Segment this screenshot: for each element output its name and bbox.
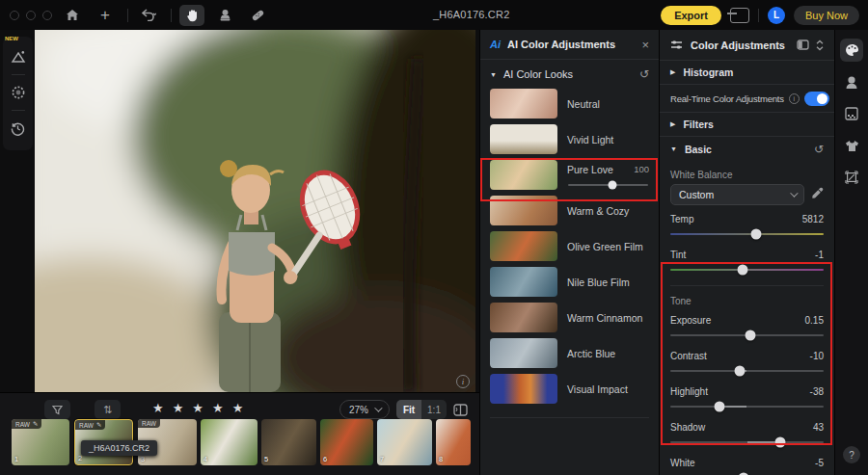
shadow-slider-handle[interactable] bbox=[775, 437, 786, 448]
filters-section-header[interactable]: ▶ Filters bbox=[660, 113, 834, 137]
fit-view-button[interactable]: Fit bbox=[396, 400, 421, 419]
toolbar-divider bbox=[758, 9, 759, 22]
rating-stars[interactable]: ★★★★★ bbox=[152, 401, 243, 415]
thumbnail-number: 6 bbox=[323, 455, 327, 463]
erase-tool-button[interactable] bbox=[245, 5, 270, 26]
look-item-visual-impact[interactable]: Visual Impact bbox=[480, 374, 659, 404]
contrast-slider-handle[interactable] bbox=[734, 366, 745, 377]
star-icon[interactable]: ★ bbox=[192, 401, 203, 415]
filter-button[interactable] bbox=[44, 400, 70, 419]
account-avatar[interactable]: L bbox=[768, 7, 785, 24]
help-button[interactable]: ? bbox=[843, 446, 860, 463]
window-close-button[interactable] bbox=[10, 11, 19, 20]
look-amount-slider-handle[interactable] bbox=[608, 180, 616, 189]
zoom-level-value: 27% bbox=[349, 405, 368, 415]
compare-view-button[interactable] bbox=[449, 400, 471, 419]
view-mode-segment: Fit 1:1 bbox=[396, 400, 447, 419]
look-item-neutral[interactable]: Neutral bbox=[480, 89, 659, 119]
temp-slider-handle[interactable] bbox=[751, 229, 762, 240]
mask-brush-tool-button[interactable] bbox=[8, 82, 29, 103]
look-amount-slider[interactable] bbox=[568, 184, 648, 186]
star-icon[interactable]: ★ bbox=[173, 401, 184, 415]
look-item-arctic-blue[interactable]: Arctic Blue bbox=[480, 338, 659, 368]
star-icon[interactable]: ★ bbox=[212, 401, 224, 415]
adjust-panel-header: Color Adjustments bbox=[660, 30, 834, 61]
portrait-module-button[interactable] bbox=[840, 70, 863, 93]
window-zoom-button[interactable] bbox=[42, 11, 52, 20]
wardrobe-module-button[interactable] bbox=[840, 134, 863, 157]
clone-stamp-tool-button[interactable] bbox=[212, 5, 237, 26]
filmstrip-thumbnail[interactable]: 4 bbox=[201, 419, 258, 465]
zoom-level-dropdown[interactable]: 27% bbox=[339, 400, 390, 419]
home-button[interactable] bbox=[60, 5, 85, 26]
filmstrip-controls: ⇅ ★★★★★ 27% Fit 1:1 bbox=[0, 398, 479, 419]
raw-badge: RAW✎ bbox=[12, 419, 41, 429]
ai-color-looks-section-header[interactable]: ▼ AI Color Looks ↺ bbox=[480, 60, 659, 89]
realtime-toggle[interactable] bbox=[804, 92, 829, 106]
sliders-icon bbox=[670, 40, 683, 50]
add-photos-button[interactable]: + bbox=[93, 5, 118, 26]
tint-slider-handle[interactable] bbox=[737, 265, 747, 276]
image-info-button[interactable]: i bbox=[456, 375, 470, 388]
collapse-expand-icon[interactable] bbox=[816, 40, 824, 51]
look-item-olive-green-film[interactable]: Olive Green Film bbox=[480, 231, 659, 261]
ai-logo-icon: Ai bbox=[490, 39, 501, 50]
window-controls[interactable] bbox=[10, 11, 52, 20]
photo-canvas[interactable] bbox=[35, 30, 475, 392]
tint-slider[interactable] bbox=[670, 263, 824, 277]
hand-tool-button[interactable] bbox=[179, 5, 204, 26]
look-item-warm-cinnamon[interactable]: Warm Cinnamon bbox=[480, 303, 659, 332]
plus-icon: + bbox=[100, 6, 110, 25]
color-module-button[interactable] bbox=[840, 39, 863, 62]
white-balance-eyedropper-button[interactable] bbox=[811, 186, 824, 203]
triangle-right-icon: ▶ bbox=[670, 68, 675, 76]
dotted-brush-icon bbox=[11, 85, 26, 100]
exposure-slider[interactable] bbox=[670, 329, 824, 342]
undo-button[interactable] bbox=[136, 5, 161, 26]
window-minimize-button[interactable] bbox=[26, 11, 36, 20]
exposure-slider-handle[interactable] bbox=[745, 330, 755, 341]
filmstrip-thumbnail[interactable]: 5 bbox=[261, 419, 316, 465]
look-item-warm-cozy[interactable]: Warm & Cozy bbox=[480, 196, 659, 225]
temp-slider[interactable] bbox=[670, 227, 824, 241]
reset-looks-button[interactable]: ↺ bbox=[639, 67, 649, 81]
edited-pencil-icon: ✎ bbox=[33, 420, 38, 428]
white-slider[interactable] bbox=[670, 471, 824, 475]
actual-size-button[interactable]: 1:1 bbox=[421, 400, 447, 419]
texture-grid-icon bbox=[845, 107, 858, 120]
filmstrip-thumbnail[interactable]: RAW✎ 1 bbox=[12, 419, 69, 465]
look-item-nile-blue-film[interactable]: Nile Blue Film bbox=[480, 267, 659, 297]
highlight-slider-handle[interactable] bbox=[714, 402, 724, 412]
look-item-pure-love-selected[interactable]: Pure Love 100 bbox=[480, 160, 659, 190]
highlight-slider[interactable] bbox=[670, 400, 824, 413]
white-balance-dropdown[interactable]: Custom bbox=[670, 184, 804, 205]
look-item-vivid-light[interactable]: Vivid Light bbox=[480, 124, 659, 154]
close-panel-button[interactable]: × bbox=[641, 38, 649, 52]
shadow-value: 43 bbox=[813, 422, 824, 433]
highlight-slider-row: Highlight-38 bbox=[660, 378, 834, 413]
histogram-section-header[interactable]: ▶ Histogram bbox=[660, 61, 834, 85]
texture-module-button[interactable] bbox=[840, 102, 863, 125]
export-button[interactable]: Export bbox=[661, 6, 721, 25]
filmstrip-thumbnail[interactable]: 7 bbox=[377, 419, 432, 465]
history-clock-icon bbox=[11, 121, 25, 136]
panel-layout-icon[interactable] bbox=[797, 40, 809, 50]
basic-section-header[interactable]: ▼ Basic ↺ bbox=[660, 137, 834, 161]
buy-now-button[interactable]: Buy Now bbox=[794, 6, 859, 25]
reset-basic-button[interactable]: ↺ bbox=[814, 143, 824, 156]
filmstrip-thumbnail[interactable]: 6 bbox=[320, 419, 373, 465]
star-icon[interactable]: ★ bbox=[152, 401, 164, 415]
crop-module-button[interactable] bbox=[840, 166, 863, 189]
star-icon[interactable]: ★ bbox=[232, 401, 244, 415]
sort-button[interactable]: ⇅ bbox=[95, 400, 121, 419]
filter-funnel-icon bbox=[52, 405, 63, 415]
genswap-tool-button[interactable] bbox=[8, 46, 29, 67]
shadow-slider[interactable] bbox=[670, 435, 824, 449]
history-button[interactable] bbox=[8, 118, 29, 139]
home-icon bbox=[66, 9, 79, 21]
filename-tooltip: _H6A0176.CR2 bbox=[81, 440, 157, 456]
contrast-slider[interactable] bbox=[670, 364, 824, 378]
export-destination-icon[interactable] bbox=[730, 8, 749, 23]
filmstrip-thumbnail[interactable]: 8 bbox=[436, 419, 471, 465]
shadow-slider-row: Shadow43 bbox=[660, 413, 834, 449]
